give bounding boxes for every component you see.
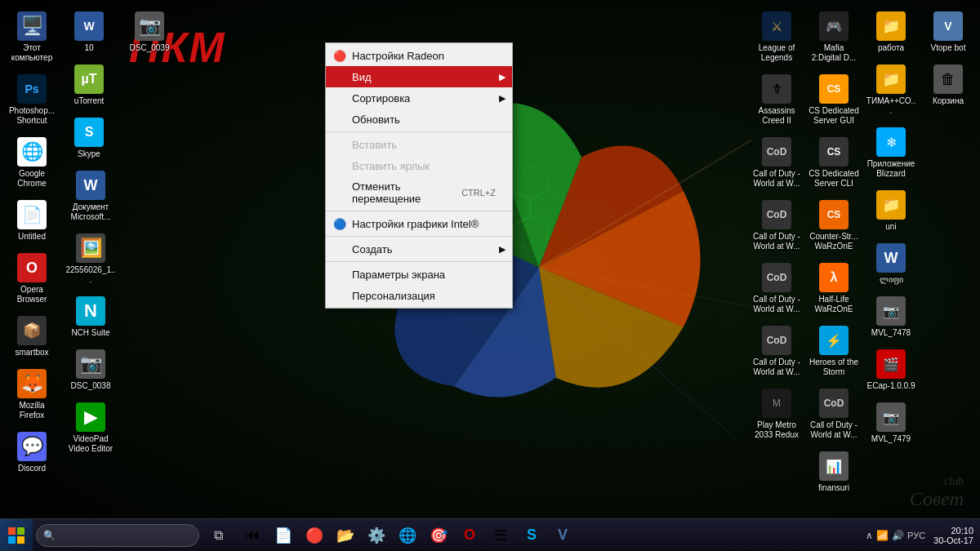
desktop-icon-work[interactable]: 📁 работа: [862, 7, 920, 58]
start-button[interactable]: [0, 519, 33, 552]
taskbar-task-view[interactable]: ⧉: [203, 521, 233, 550]
desktop-icon-dsc38[interactable]: 📷 DSC_0038: [62, 344, 119, 396]
desktop-icon-utorrent[interactable]: µT uTorrent: [60, 60, 118, 111]
heroes-icon: ⚡: [819, 326, 849, 355]
desktop-icon-cod1[interactable]: CoD Call of Duty - World at W...: [748, 132, 805, 193]
cs-gui-label: CS Dedicated Server GUI: [808, 106, 859, 126]
taskbar-app-media[interactable]: ⏮: [238, 521, 267, 550]
desktop-icon-nch[interactable]: N NCH Suite: [62, 291, 119, 343]
taskbar-clock[interactable]: 20:10 30-Oct-17: [933, 526, 973, 545]
taskbar-app-red[interactable]: 🔴: [300, 521, 329, 550]
ctx-personalize[interactable]: Персонализация: [326, 285, 512, 306]
desktop-icon-chrome[interactable]: 🌐 Google Chrome: [3, 132, 60, 193]
smartbox-label: smartbox: [15, 348, 48, 358]
firefox-label: Mozilla Firefox: [7, 401, 57, 420]
taskbar-search-bar[interactable]: 🔍: [36, 524, 199, 547]
ctx-screen-params[interactable]: Параметры экрана: [326, 264, 512, 285]
ctx-create[interactable]: Создать ▶: [326, 238, 512, 260]
desktop-icon-metro[interactable]: M Play Metro 2033 Redux: [748, 384, 805, 445]
desktop-icon-word-doc2[interactable]: W ლიფი: [862, 238, 920, 290]
desktop-icon-heroes[interactable]: ⚡ Heroes of the Storm: [805, 321, 862, 382]
desktop-icon-doc-word[interactable]: W Документ Microsoft...: [62, 166, 119, 227]
taskbar-app-v[interactable]: V: [548, 521, 577, 550]
ctx-paste[interactable]: Вставить: [326, 134, 512, 155]
taskbar-app-settings[interactable]: ⚙️: [362, 521, 391, 550]
desktop-icon-blizzard[interactable]: ❄ Приложение Blizzard: [862, 122, 920, 184]
desktop-icon-korzina[interactable]: 🗑 Корзина: [920, 60, 977, 111]
desktop-icon-discord[interactable]: 💬 Discord: [3, 427, 60, 478]
taskbar-app-opera[interactable]: O: [455, 521, 484, 550]
desktop-icon-cod4[interactable]: CoD Call of Duty - World at W...: [748, 321, 805, 382]
desktop-icon-ecap[interactable]: 🎬 ECap-1.0.0.9: [862, 344, 920, 396]
chrome-label: Google Chrome: [7, 169, 57, 189]
intel-icon: 🔵: [332, 216, 347, 231]
desktop-icon-tima[interactable]: 📁 ТИМА++СО...: [862, 60, 920, 121]
ctx-radeon-label: Настройки Radeon: [352, 50, 444, 62]
counterstr-label: Counter-Str... WaRzOnE: [808, 232, 859, 251]
ctx-paste-shortcut[interactable]: Вставить ярлык: [326, 155, 512, 176]
ctx-create-arrow: ▶: [499, 244, 506, 255]
desktop-icon-cs-gui[interactable]: CS CS Dedicated Server GUI: [805, 69, 862, 131]
desktop-icon-counterstr[interactable]: CS Counter-Str... WaRzOnE: [805, 195, 862, 256]
opera-icon: O: [17, 253, 47, 282]
desktop-icon-uni[interactable]: 📁 uni: [862, 185, 920, 237]
desktop-icon-assassins[interactable]: 🗡 Assassins Creed II: [748, 69, 805, 131]
desktop-icon-videopad[interactable]: ▶ VideoPad Video Editor: [62, 398, 119, 459]
ctx-undo-move[interactable]: Отменить перемещение CTRL+Z: [326, 176, 512, 209]
desktop-icon-mvl7479[interactable]: 📷 MVL_7479: [862, 398, 920, 449]
radeon-icon: 🔴: [332, 48, 347, 63]
desktop-icon-cod2[interactable]: CoD Call of Duty - World at W...: [748, 195, 805, 256]
taskbar-app-pdf[interactable]: 📄: [269, 521, 298, 550]
taskbar-app-folder[interactable]: 📂: [331, 521, 360, 550]
taskbar-app-chrome[interactable]: 🌐: [393, 521, 422, 550]
tray-language[interactable]: РУС: [907, 531, 925, 540]
desktop-icon-10[interactable]: W 10: [60, 7, 118, 58]
ctx-sort[interactable]: Сортировка ▶: [326, 87, 512, 109]
desktop-icon-mafia[interactable]: 🎮 Mafia 2:Digital D...: [805, 7, 862, 68]
taskbar-app-skype[interactable]: S: [517, 521, 546, 550]
desktop-icon-finansuri[interactable]: 📊 finansuri: [805, 447, 862, 498]
taskbar-app-game[interactable]: 🎯: [424, 521, 453, 550]
untitled-label: Untitled: [18, 232, 46, 242]
desktop-icon-photoshop[interactable]: Ps Photoshop... Shortcut: [3, 69, 60, 131]
desktop-icon-halflife[interactable]: λ Half-Life WaRzOnE: [805, 258, 862, 319]
ecap-icon: 🎬: [876, 349, 906, 379]
doc-word-label: Документ Microsoft...: [65, 202, 116, 222]
desktop-icon-league[interactable]: ⚔ League of Legends: [748, 7, 805, 68]
desktop-icon-mvl7478[interactable]: 📷 MVL_7478: [862, 291, 920, 343]
skype-label: Skype: [78, 149, 100, 159]
desktop-icon-opera[interactable]: O Opera Browser: [3, 248, 60, 309]
desktop-icon-smartbox[interactable]: 📦 smartbox: [3, 311, 60, 362]
desktop-icon-cs-cli[interactable]: CS CS Dedicated Server CLI: [805, 132, 862, 193]
ctx-refresh[interactable]: Обновить: [326, 109, 512, 130]
desktop-icon-computer[interactable]: 🖥️ Этот компьютер: [3, 7, 60, 68]
tray-volume[interactable]: 🔊: [892, 530, 904, 541]
photoshop-label: Photoshop... Shortcut: [7, 106, 57, 126]
desktop-icon-cod3[interactable]: CoD Call of Duty - World at W...: [748, 258, 805, 319]
desktop-icon-firefox[interactable]: 🦊 Mozilla Firefox: [3, 364, 60, 425]
task-view-icon: ⧉: [214, 528, 223, 543]
cod1-label: Call of Duty - World at W...: [751, 169, 802, 189]
ctx-radeon[interactable]: 🔴 Настройки Radeon: [326, 45, 512, 66]
vtope-label: Vtope bot: [931, 43, 966, 53]
ctx-view[interactable]: Вид ▶: [326, 66, 512, 87]
desktop-icon-vtope[interactable]: V Vtope bot: [920, 7, 977, 58]
dsc38-label: DSC_0038: [71, 381, 111, 391]
work-label: работа: [878, 43, 904, 53]
ctx-sort-arrow: ▶: [499, 93, 506, 104]
desktop-icon-file22[interactable]: 🖼️ 22556026_1...: [62, 229, 119, 290]
finansuri-label: finansuri: [818, 483, 849, 493]
taskbar-date: 30-Oct-17: [933, 535, 973, 545]
desktop-icon-skype[interactable]: S Skype: [60, 113, 118, 164]
desktop-icon-dsc39[interactable]: 📷 DSC_0039: [121, 7, 178, 58]
desktop-icon-untitled[interactable]: 📄 Untitled: [3, 195, 60, 247]
tray-network[interactable]: 📶: [876, 530, 889, 541]
ctx-undo-move-label: Отменить перемещение: [352, 180, 461, 205]
taskbar-app-menu[interactable]: ☰: [486, 521, 515, 550]
tray-chevron[interactable]: ∧: [866, 530, 873, 541]
photoshop-icon: Ps: [17, 74, 47, 104]
ctx-intel[interactable]: 🔵 Настройки графики Intel®: [326, 213, 512, 234]
cod4-label: Call of Duty - World at W...: [751, 358, 802, 377]
desktop-icon-cod-ww[interactable]: CoD Call of Duty - World at W...: [805, 384, 862, 445]
blizzard-label: Приложение Blizzard: [866, 159, 916, 179]
